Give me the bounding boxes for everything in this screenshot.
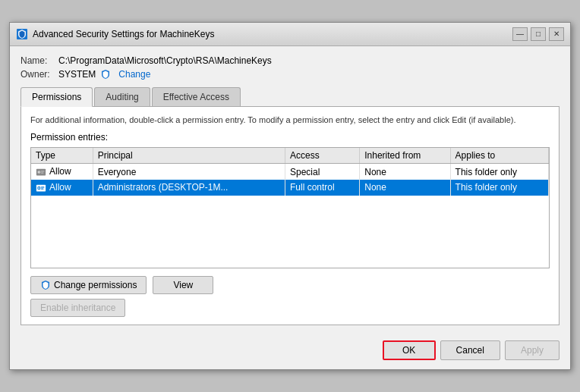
tab-auditing[interactable]: Auditing <box>94 87 150 106</box>
change-permissions-label: Change permissions <box>54 280 137 290</box>
cell-applies: This folder only <box>450 180 548 196</box>
svg-rect-6 <box>41 172 44 173</box>
window-icon <box>16 28 28 40</box>
owner-row: Owner: SYSTEM Change <box>20 69 560 80</box>
col-access: Access <box>285 148 360 164</box>
permissions-table: Type Principal Access Inherited from App… <box>31 148 549 196</box>
col-type: Type <box>31 148 93 164</box>
section-label: Permission entries: <box>30 132 550 143</box>
col-applies: Applies to <box>450 148 548 164</box>
window-title: Advanced Security Settings for MachineKe… <box>33 29 512 39</box>
table-row[interactable]: Allow Administrators (DESKTOP-1M... Full… <box>31 180 549 196</box>
name-value: C:\ProgramData\Microsoft\Crypto\RSA\Mach… <box>58 55 272 66</box>
owner-label: Owner: <box>20 69 58 80</box>
maximize-button[interactable]: □ <box>531 27 546 41</box>
content-area: Name: C:\ProgramData\Microsoft\Crypto\RS… <box>10 46 570 334</box>
col-principal: Principal <box>93 148 285 164</box>
tab-permissions[interactable]: Permissions <box>20 87 93 107</box>
cell-type: Allow <box>31 164 93 180</box>
apply-button[interactable]: Apply <box>505 340 560 360</box>
permissions-table-container[interactable]: Type Principal Access Inherited from App… <box>30 147 550 268</box>
cell-access: Special <box>285 164 360 180</box>
change-owner-link[interactable]: Change <box>118 69 150 80</box>
tab-effective-access[interactable]: Effective Access <box>152 87 241 106</box>
main-window: Advanced Security Settings for MachineKe… <box>9 22 571 370</box>
enable-inheritance-button[interactable]: Enable inheritance <box>30 299 125 317</box>
owner-value: SYSTEM <box>58 69 96 80</box>
cell-applies: This folder only <box>450 164 548 180</box>
tabs-container: Permissions Auditing Effective Access <box>20 87 560 107</box>
name-label: Name: <box>20 55 58 66</box>
svg-rect-12 <box>41 188 44 189</box>
cell-access: Full control <box>285 180 360 196</box>
cell-principal: Administrators (DESKTOP-1M... <box>93 180 285 196</box>
view-label: View <box>173 280 193 290</box>
ok-button[interactable]: OK <box>383 340 436 360</box>
shield-icon <box>100 69 111 80</box>
svg-rect-5 <box>41 171 44 171</box>
dialog-footer: OK Cancel Apply <box>10 334 570 369</box>
cell-inherited: None <box>360 164 450 180</box>
cell-principal: Everyone <box>93 164 285 180</box>
close-button[interactable]: ✕ <box>549 27 564 41</box>
panel-info-text: For additional information, double-click… <box>30 114 550 126</box>
cell-type: Allow <box>31 180 93 196</box>
table-row[interactable]: Allow Everyone Special None This folder … <box>31 164 549 180</box>
cell-inherited: None <box>360 180 450 196</box>
change-permissions-button[interactable]: Change permissions <box>30 276 147 294</box>
shield-icon-btn <box>40 280 51 290</box>
svg-point-4 <box>39 171 39 172</box>
view-button[interactable]: View <box>153 276 213 294</box>
col-inherited: Inherited from <box>360 148 450 164</box>
svg-point-10 <box>39 187 39 188</box>
enable-inheritance-row: Enable inheritance <box>30 299 550 317</box>
cancel-button[interactable]: Cancel <box>440 340 500 360</box>
svg-rect-11 <box>41 187 44 187</box>
window-controls: — □ ✕ <box>512 27 564 41</box>
title-bar: Advanced Security Settings for MachineKe… <box>10 23 570 46</box>
name-row: Name: C:\ProgramData\Microsoft\Crypto\RS… <box>20 55 560 66</box>
action-buttons: Change permissions View <box>30 276 550 294</box>
enable-inheritance-label: Enable inheritance <box>40 303 115 313</box>
minimize-button[interactable]: — <box>512 27 528 41</box>
permissions-panel: For additional information, double-click… <box>20 107 560 325</box>
